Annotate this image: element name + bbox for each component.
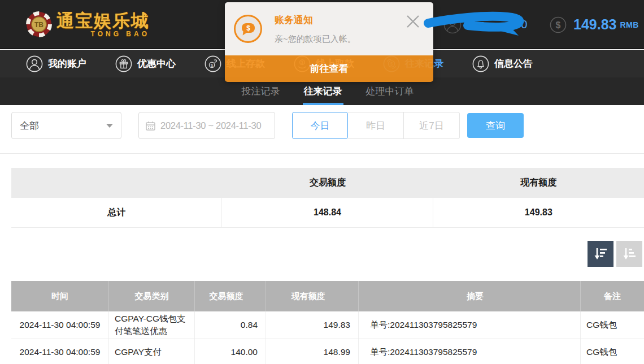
close-icon[interactable]	[405, 14, 421, 29]
username-text: che90	[467, 18, 528, 31]
notification-message: 亲~您的款项已入帐。	[275, 34, 356, 45]
bell-icon	[472, 55, 489, 72]
user-account-summary[interactable]: che90	[443, 0, 528, 49]
quick-range-today[interactable]: 今日	[292, 112, 348, 139]
cell-current-amount: 149.83	[266, 311, 359, 339]
records-col-trade-amount: 交易额度	[195, 281, 266, 311]
summary-total-row: 总计 148.84 149.83	[11, 198, 644, 228]
brand-name-en: TONG BAO	[56, 31, 150, 37]
records-col-type: 交易类别	[109, 281, 195, 311]
balance-amount: 149.83	[573, 16, 616, 33]
type-select[interactable]: 全部	[11, 112, 121, 139]
casino-chip-logo-icon: TB	[26, 11, 52, 37]
summary-col-blank	[11, 168, 222, 198]
records-col-summary: 摘要	[359, 281, 581, 311]
section-divider	[0, 153, 644, 154]
cell-summary: 单号:202411303795825579	[359, 311, 581, 339]
records-table: 时间 交易类别 交易额度 现有额度 摘要 备注 2024-11-30 04:00…	[11, 281, 644, 364]
date-range-value: 2024-11-30 ~ 2024-11-30	[160, 120, 261, 131]
quick-range-last7days[interactable]: 近7日	[404, 112, 460, 139]
wallet-balance[interactable]: $ 149.83 RMB	[550, 0, 639, 49]
money-chat-bubble-icon: $	[234, 15, 262, 43]
svg-text:TB: TB	[34, 21, 43, 29]
nav-item-my-account[interactable]: 我的账户	[26, 55, 86, 72]
notification-body: $ 账务通知 亲~您的款项已入帐。	[225, 2, 433, 55]
summary-total-current-amount: 149.83	[433, 198, 644, 227]
summary-col-current-amount: 现有额度	[433, 168, 644, 198]
cell-type: CGPAY支付	[109, 339, 195, 364]
cell-type: CGPAY-CG钱包支付笔笔送优惠	[109, 311, 195, 339]
nav-item-promotions[interactable]: 优惠中心	[115, 55, 176, 72]
cell-note: CG钱包	[581, 311, 644, 339]
table-row: 2024-11-30 04:00:59 CGPAY-CG钱包支付笔笔送优惠 0.…	[11, 311, 644, 339]
chevron-down-icon	[106, 124, 113, 128]
records-col-current-amount: 现有额度	[266, 281, 359, 311]
cell-time: 2024-11-30 04:00:59	[11, 339, 109, 364]
cell-trade-amount: 140.00	[195, 339, 266, 364]
records-table-header: 时间 交易类别 交易额度 现有额度 摘要 备注	[11, 281, 644, 311]
table-row: 2024-11-30 04:00:59 CGPAY支付 140.00 148.9…	[11, 339, 644, 364]
go-view-button[interactable]: 前往查看	[225, 55, 433, 82]
account-notification-popup: $ 账务通知 亲~您的款项已入帐。 前往查看	[225, 2, 433, 82]
sort-controls	[588, 241, 642, 267]
deposit-coin-icon: $	[204, 55, 221, 72]
cell-summary: 单号:202411303795825579	[359, 339, 581, 364]
calendar-icon	[146, 121, 155, 131]
quick-range-yesterday[interactable]: 昨日	[348, 112, 404, 139]
svg-text:$: $	[556, 20, 561, 30]
gift-icon	[115, 55, 132, 72]
transaction-records-page: TB 通宝娱乐城 TONG BAO che90 $ 149.83 RM	[0, 0, 644, 364]
summary-col-trade-amount: 交易额度	[222, 168, 433, 198]
sort-descending-button[interactable]	[588, 241, 613, 267]
person-icon	[26, 55, 43, 72]
brand-name-cn: 通宝娱乐城	[56, 12, 150, 29]
cell-current-amount: 148.99	[266, 339, 359, 364]
sort-ascending-button[interactable]	[616, 241, 642, 267]
summary-total-label: 总计	[11, 198, 222, 227]
notification-title: 账务通知	[275, 14, 313, 27]
nav-item-announcements[interactable]: 信息公告	[472, 55, 533, 72]
person-icon	[443, 16, 462, 34]
sort-descending-icon	[593, 246, 608, 262]
summary-table: 交易额度 现有额度 总计 148.84 149.83	[11, 168, 644, 228]
records-col-time: 时间	[11, 281, 109, 311]
type-select-value: 全部	[20, 119, 106, 132]
records-col-note: 备注	[581, 281, 644, 311]
sort-ascending-icon	[621, 246, 637, 262]
date-range-input[interactable]: 2024-11-30 ~ 2024-11-30	[138, 112, 275, 139]
summary-total-trade-amount: 148.84	[222, 198, 433, 227]
brand-text: 通宝娱乐城 TONG BAO	[56, 12, 150, 37]
dollar-coin-icon: $	[550, 16, 567, 33]
balance-currency: RMB	[620, 20, 638, 29]
filter-toolbar: 全部 2024-11-30 ~ 2024-11-30 今日 昨日 近7日 查询	[0, 112, 644, 139]
quick-range-group: 今日 昨日 近7日	[292, 112, 460, 139]
summary-table-header: 交易额度 现有额度	[11, 168, 644, 198]
search-button[interactable]: 查询	[467, 113, 524, 138]
cell-trade-amount: 0.84	[195, 311, 266, 339]
cell-time: 2024-11-30 04:00:59	[11, 311, 109, 339]
brand-logo[interactable]: TB 通宝娱乐城 TONG BAO	[26, 11, 150, 37]
cell-note: CG钱包	[581, 339, 644, 364]
